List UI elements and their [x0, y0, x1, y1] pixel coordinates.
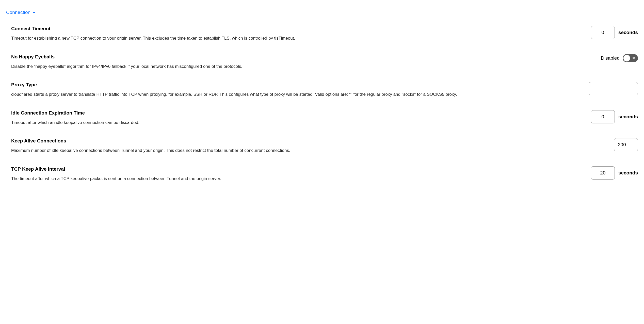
- setting-row-tcp-keep-alive-interval: TCP Keep Alive Interval The timeout afte…: [0, 160, 644, 188]
- section-title: Connection: [6, 10, 30, 15]
- toggle-state-label: Disabled: [601, 55, 620, 61]
- setting-row-no-happy-eyeballs: No Happy Eyeballs Disable the “happy eye…: [0, 48, 644, 76]
- setting-title-idle-conn-expiration: Idle Connection Expiration Time: [11, 110, 586, 116]
- setting-title-no-happy-eyeballs: No Happy Eyeballs: [11, 54, 596, 60]
- setting-title-proxy-type: Proxy Type: [11, 82, 584, 88]
- setting-desc-proxy-type: cloudflared starts a proxy server to tra…: [11, 91, 584, 98]
- caret-down-icon: [33, 12, 36, 13]
- setting-control: seconds: [591, 166, 638, 180]
- setting-title-tcp-keep-alive-interval: TCP Keep Alive Interval: [11, 166, 586, 172]
- setting-row-keep-alive-connections: Keep Alive Connections Maximum number of…: [0, 132, 644, 160]
- setting-desc-keep-alive-connections: Maximum number of idle keepalive connect…: [11, 147, 609, 154]
- setting-title-connect-timeout: Connect Timeout: [11, 26, 586, 31]
- setting-desc-tcp-keep-alive-interval: The timeout after which a TCP keepalive …: [11, 175, 586, 182]
- setting-control: [589, 82, 638, 95]
- setting-row-proxy-type: Proxy Type cloudflared starts a proxy se…: [0, 76, 644, 104]
- setting-control: seconds: [591, 110, 638, 123]
- setting-desc-connect-timeout: Timeout for establishing a new TCP conne…: [11, 35, 586, 42]
- tcp-keep-alive-interval-input[interactable]: [591, 166, 615, 180]
- x-icon: ✕: [632, 56, 635, 60]
- setting-text: Proxy Type cloudflared starts a proxy se…: [11, 82, 584, 98]
- setting-text: Idle Connection Expiration Time Timeout …: [11, 110, 586, 126]
- setting-text: No Happy Eyeballs Disable the “happy eye…: [11, 54, 596, 70]
- setting-text: Keep Alive Connections Maximum number of…: [11, 138, 609, 154]
- setting-desc-no-happy-eyeballs: Disable the “happy eyeballs” algorithm f…: [11, 63, 596, 70]
- section-header-connection[interactable]: Connection: [0, 5, 644, 20]
- keep-alive-connections-input[interactable]: [614, 138, 638, 151]
- unit-label-seconds: seconds: [618, 114, 638, 120]
- idle-conn-expiration-input[interactable]: [591, 110, 615, 123]
- setting-row-connect-timeout: Connect Timeout Timeout for establishing…: [0, 20, 644, 48]
- proxy-type-input[interactable]: [589, 82, 638, 95]
- setting-desc-idle-conn-expiration: Timeout after which an idle keepalive co…: [11, 119, 586, 126]
- toggle-knob: [623, 55, 630, 61]
- setting-title-keep-alive-connections: Keep Alive Connections: [11, 138, 609, 144]
- setting-control: [614, 138, 638, 151]
- connect-timeout-input[interactable]: [591, 26, 615, 39]
- setting-control: Disabled ✕: [601, 54, 638, 62]
- setting-row-idle-conn-expiration: Idle Connection Expiration Time Timeout …: [0, 104, 644, 132]
- setting-text: Connect Timeout Timeout for establishing…: [11, 26, 586, 42]
- unit-label-seconds: seconds: [618, 170, 638, 176]
- setting-text: TCP Keep Alive Interval The timeout afte…: [11, 166, 586, 182]
- setting-control: seconds: [591, 26, 638, 39]
- no-happy-eyeballs-toggle[interactable]: ✕: [623, 54, 638, 62]
- unit-label-seconds: seconds: [618, 30, 638, 35]
